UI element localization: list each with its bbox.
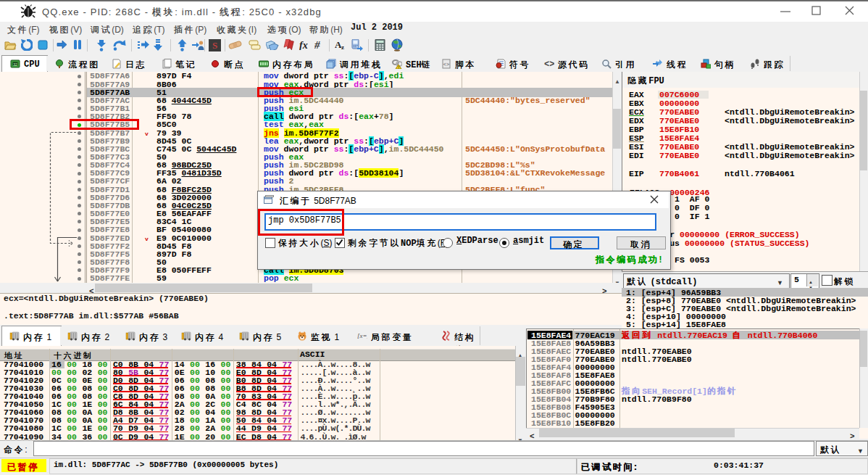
svg-text:fx: fx <box>299 40 308 50</box>
svg-text:<>: <> <box>544 59 554 69</box>
svg-text:<>: <> <box>443 62 449 67</box>
svg-text:[x=]: [x=] <box>357 332 367 339</box>
svg-text:z: z <box>341 44 344 50</box>
svg-text:S: S <box>212 40 217 51</box>
svg-text:32: 32 <box>13 62 17 67</box>
svg-text:#: # <box>314 40 320 50</box>
